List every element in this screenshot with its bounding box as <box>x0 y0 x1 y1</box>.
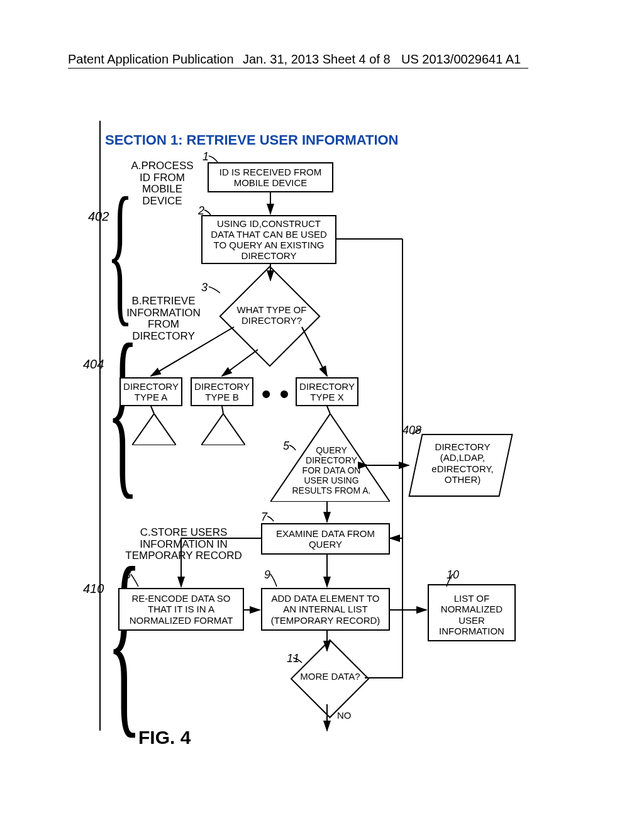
step-7-box: EXAMINE DATA FROM QUERY <box>261 523 390 555</box>
page: Patent Application Publication Jan. 31, … <box>0 0 644 830</box>
step-1-box: ID IS RECEIVED FROM MOBILE DEVICE <box>208 162 333 192</box>
step-9-text: ADD DATA ELEMENT TO AN INTERNAL LIST (TE… <box>265 593 386 626</box>
group-a-label: A.PROCESS ID FROM MOBILE DEVICE <box>125 160 200 208</box>
step-2-box: USING ID,CONSTRUCT DATA THAT CAN BE USED… <box>201 215 336 264</box>
ref-408: 408 <box>402 424 421 437</box>
step-num-3: 3 <box>201 282 208 294</box>
step-10-storage: LIST OF NORMALIZED USER INFORMATION <box>428 588 516 641</box>
triangle-5: QUERY DIRECTORY FOR DATA ON USER USING R… <box>270 414 390 502</box>
step-num-9: 9 <box>264 569 270 582</box>
dir-type-b-text: DIRECTORY TYPE B <box>194 381 250 403</box>
step-9-box: ADD DATA ELEMENT TO AN INTERNAL LIST (TE… <box>261 588 390 631</box>
dir-type-b: DIRECTORY TYPE B <box>191 377 253 406</box>
svg-line-11 <box>222 406 223 414</box>
ref-402: 402 <box>88 209 109 223</box>
group-b-label: B.RETRIEVE INFORMATION FROM DIRECTORY <box>119 296 208 343</box>
step-10-text: LIST OF NORMALIZED USER INFORMATION <box>439 593 504 636</box>
triangle-a <box>132 414 176 445</box>
triangle-5-text: QUERY DIRECTORY FOR DATA ON USER USING R… <box>291 445 372 495</box>
header-center: Jan. 31, 2013 Sheet 4 of 8 <box>243 52 391 67</box>
decision-11-no: NO <box>337 711 352 721</box>
step-8-text: RE-ENCODE DATA SO THAT IT IS IN A NORMAL… <box>122 593 240 626</box>
step-num-7: 7 <box>261 511 267 524</box>
ref-410: 410 <box>83 582 104 595</box>
dir-type-x: DIRECTORY TYPE X <box>296 377 358 406</box>
step-1-text: ID IS RECEIVED FROM MOBILE DEVICE <box>211 167 330 189</box>
header-right: US 2013/0029641 A1 <box>401 52 521 67</box>
svg-line-12 <box>327 406 330 414</box>
ref-404: 404 <box>83 357 104 371</box>
step-num-10: 10 <box>447 569 459 582</box>
step-7-text: EXAMINE DATA FROM QUERY <box>265 528 386 550</box>
svg-marker-1 <box>201 414 245 445</box>
step-num-8: 8 <box>125 569 131 582</box>
dir-type-a: DIRECTORY TYPE A <box>119 377 182 406</box>
section-title: SECTION 1: RETRIEVE USER INFORMATION <box>105 132 399 148</box>
svg-line-10 <box>151 406 154 414</box>
step-num-1: 1 <box>203 151 209 163</box>
header-rule <box>68 68 528 69</box>
dir-type-a-text: DIRECTORY TYPE A <box>123 381 179 403</box>
decision-3-text: WHAT TYPE OF DIRECTORY? <box>225 304 319 326</box>
triangle-b <box>201 414 245 445</box>
dir-store-text: DIRECTORY (AD,LDAP, eDIRECTORY, OTHER) <box>420 441 505 485</box>
svg-line-8 <box>222 350 258 376</box>
step-8-box: RE-ENCODE DATA SO THAT IT IS IN A NORMAL… <box>118 588 244 631</box>
decision-11-text: MORE DATA? <box>296 671 365 682</box>
dir-type-x-text: DIRECTORY TYPE X <box>299 381 355 403</box>
group-c-label: C.STORE USERS INFORMATION IN TEMPORARY R… <box>121 527 247 562</box>
step-2-text: USING ID,CONSTRUCT DATA THAT CAN BE USED… <box>205 218 333 262</box>
header-left: Patent Application Publication <box>68 52 234 67</box>
svg-marker-0 <box>132 414 176 445</box>
svg-line-9 <box>302 327 327 376</box>
figure-label: FIG. 4 <box>138 727 191 748</box>
step-num-11: 11 <box>287 653 299 665</box>
